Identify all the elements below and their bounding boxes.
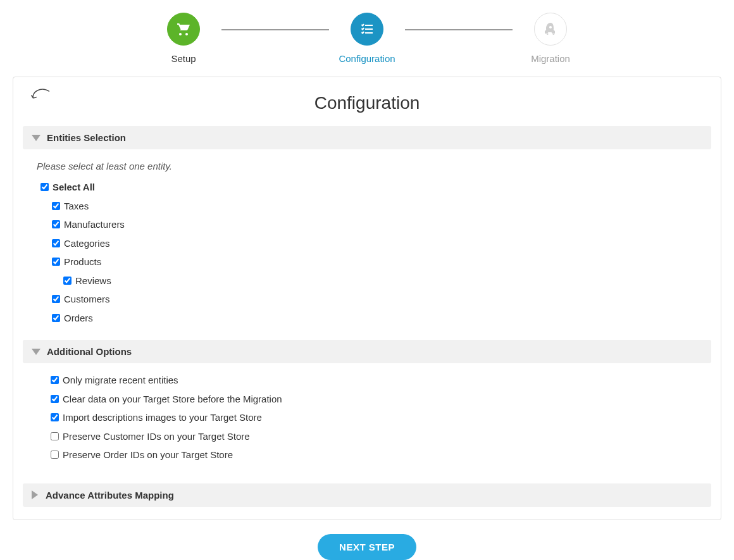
orders-label: Orders <box>64 310 93 327</box>
option-preserve-customer-ids-label: Preserve Customer IDs on your Target Sto… <box>63 428 250 445</box>
wizard-stepper: Setup Configuration Migration <box>146 13 588 64</box>
categories-label: Categories <box>64 235 110 252</box>
entities-helper-text: Please select at least one entity. <box>37 161 711 171</box>
next-step-button[interactable]: NEXT STEP <box>318 534 416 560</box>
back-button[interactable] <box>30 87 53 108</box>
page-title: Configuration <box>23 93 711 113</box>
option-import-images-label: Import descriptions images to your Targe… <box>63 409 262 426</box>
categories-checkbox[interactable] <box>52 239 60 247</box>
list-check-icon <box>351 13 383 46</box>
entities-list: Select All Taxes Manufacturers Categorie… <box>38 179 711 326</box>
cart-icon <box>167 13 200 46</box>
step-connector <box>221 29 329 30</box>
step-configuration[interactable]: Configuration <box>329 13 405 64</box>
customers-checkbox[interactable] <box>52 295 60 303</box>
step-setup-label: Setup <box>171 53 196 64</box>
select-all-label: Select All <box>53 179 95 196</box>
customers-label: Customers <box>64 291 110 308</box>
option-clear-label: Clear data on your Target Store before t… <box>63 391 282 408</box>
products-label: Products <box>64 254 101 270</box>
step-migration[interactable]: Migration <box>513 13 588 64</box>
advanced-section-header[interactable]: Advance Attributes Mapping <box>23 483 711 507</box>
options-section-title: Additional Options <box>47 346 132 357</box>
taxes-checkbox[interactable] <box>52 202 60 210</box>
orders-checkbox[interactable] <box>52 314 60 322</box>
step-connector <box>405 29 513 30</box>
option-preserve-order-ids-checkbox[interactable] <box>51 451 59 459</box>
entities-section-header[interactable]: Entities Selection <box>23 126 711 149</box>
reviews-checkbox[interactable] <box>63 277 72 285</box>
reviews-label: Reviews <box>75 273 111 289</box>
option-recent-label: Only migrate recent entities <box>63 372 178 389</box>
taxes-label: Taxes <box>64 198 89 215</box>
rocket-icon <box>534 13 567 46</box>
entities-section-title: Entities Selection <box>47 132 126 143</box>
products-checkbox[interactable] <box>52 258 60 266</box>
manufacturers-label: Manufacturers <box>64 216 125 233</box>
chevron-down-icon <box>32 349 40 355</box>
back-arrow-icon <box>30 97 53 108</box>
chevron-right-icon <box>32 490 38 499</box>
option-clear-checkbox[interactable] <box>51 395 59 403</box>
option-recent-checkbox[interactable] <box>51 376 59 384</box>
options-section-header[interactable]: Additional Options <box>23 340 711 363</box>
manufacturers-checkbox[interactable] <box>52 220 60 228</box>
option-preserve-order-ids-label: Preserve Order IDs on your Target Store <box>63 447 233 463</box>
option-preserve-customer-ids-checkbox[interactable] <box>51 432 59 440</box>
step-setup[interactable]: Setup <box>146 13 221 64</box>
step-migration-label: Migration <box>531 53 570 64</box>
advanced-section-title: Advance Attributes Mapping <box>46 490 174 501</box>
step-configuration-label: Configuration <box>339 53 395 64</box>
option-import-images-checkbox[interactable] <box>51 413 59 421</box>
options-list: Only migrate recent entities Clear data … <box>48 372 711 463</box>
select-all-checkbox[interactable] <box>40 183 49 191</box>
config-panel: Configuration Entities Selection Please … <box>13 77 721 520</box>
chevron-down-icon <box>32 135 40 141</box>
